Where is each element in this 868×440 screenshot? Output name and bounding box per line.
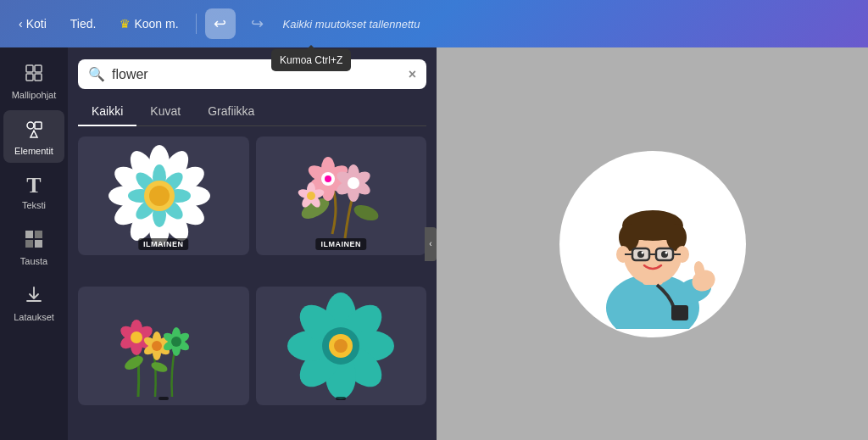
search-icon: 🔍: [88, 66, 105, 82]
canvas-right[interactable]: [437, 47, 868, 440]
search-input[interactable]: [112, 67, 402, 82]
svg-point-60: [150, 360, 169, 374]
sidebar: Mallipohjat Elementit T Teksti: [0, 47, 68, 440]
tab-kaikki[interactable]: Kaikki: [78, 97, 136, 126]
svg-rect-5: [35, 122, 42, 129]
flower-item-small[interactable]: [78, 287, 249, 405]
flower-badge-1: ILMAINEN: [138, 238, 189, 250]
undo-button[interactable]: ↩: [205, 8, 236, 39]
svg-rect-0: [26, 65, 33, 72]
sidebar-item-lataukset[interactable]: Lataukset: [3, 276, 64, 329]
flower-item-bouquet[interactable]: ILMAINEN: [256, 136, 427, 255]
sidebar-label-elementit: Elementit: [14, 146, 53, 156]
flower-badge-3: [159, 397, 169, 400]
svg-point-109: [641, 251, 643, 253]
svg-rect-7: [25, 231, 33, 238]
svg-marker-6: [31, 131, 37, 137]
sidebar-label-teksti: Teksti: [22, 200, 46, 210]
main-layout: Mallipohjat Elementit T Teksti: [0, 47, 868, 440]
svg-point-34: [352, 202, 381, 223]
panel: 🔍 × Kaikki Kuvat Grafiikka: [68, 47, 437, 440]
svg-point-81: [171, 337, 181, 347]
sidebar-label-mallipohjat: Mallipohjat: [12, 90, 57, 100]
back-icon: ‹: [19, 17, 23, 31]
sidebar-label-tausta: Tausta: [20, 256, 47, 266]
back-label: Koti: [26, 17, 47, 31]
sidebar-label-lataukset: Lataukset: [14, 312, 54, 322]
svg-rect-114: [671, 305, 688, 320]
search-bar: 🔍 ×: [78, 59, 426, 89]
tausta-icon: [24, 229, 44, 253]
mallipohjat-icon: [24, 63, 44, 86]
tab-kuvat[interactable]: Kuvat: [136, 97, 194, 126]
status-text: Kaikki muutokset tallennettu: [283, 18, 420, 31]
file-button[interactable]: Tied.: [62, 12, 105, 36]
svg-point-58: [307, 192, 315, 200]
redo-button[interactable]: ↪: [242, 8, 273, 39]
svg-point-67: [131, 331, 142, 343]
sidebar-item-tausta[interactable]: Tausta: [3, 220, 64, 273]
tab-grafiikka[interactable]: Grafiikka: [194, 97, 268, 126]
svg-rect-10: [35, 240, 42, 248]
svg-rect-99: [626, 225, 680, 240]
svg-point-74: [152, 341, 162, 351]
svg-rect-9: [25, 240, 33, 248]
svg-point-4: [27, 122, 34, 129]
header: ‹ Koti Tied. ♛ Koon m. ↩ Kumoa Ctrl+Z ↪ …: [0, 0, 868, 47]
flower-badge-4: [336, 397, 346, 400]
flower-item-teal[interactable]: [256, 287, 427, 405]
elementit-icon: [24, 119, 44, 142]
koon-label: Koon m.: [134, 17, 178, 31]
svg-point-32: [149, 186, 170, 206]
flower-item-daisy[interactable]: ILMAINEN: [78, 136, 249, 255]
crown-icon: ♛: [120, 17, 131, 31]
svg-point-45: [325, 175, 331, 182]
redo-icon: ↪: [251, 14, 264, 33]
avatar-container: [559, 151, 746, 337]
koon-button[interactable]: ♛ Koon m.: [111, 12, 186, 36]
back-button[interactable]: ‹ Koti: [10, 12, 55, 36]
canvas-area: [437, 47, 868, 440]
flower-badge-2: ILMAINEN: [316, 238, 367, 250]
teksti-icon: T: [26, 175, 41, 197]
results-grid: ILMAINEN: [68, 126, 437, 440]
search-clear-button[interactable]: ×: [409, 67, 416, 82]
svg-rect-1: [35, 65, 42, 72]
header-divider: [196, 14, 197, 34]
lataukset-icon: [24, 285, 44, 309]
panel-collapse-handle[interactable]: ‹: [425, 227, 437, 261]
svg-point-52: [348, 177, 359, 189]
svg-rect-2: [26, 74, 33, 81]
svg-point-92: [334, 339, 348, 353]
sidebar-item-elementit[interactable]: Elementit: [3, 110, 64, 163]
svg-point-110: [665, 251, 667, 253]
tab-bar: Kaikki Kuvat Grafiikka: [78, 97, 426, 126]
undo-icon: ↩: [214, 14, 226, 33]
svg-rect-8: [35, 231, 42, 238]
sidebar-item-teksti[interactable]: T Teksti: [3, 166, 64, 217]
file-label: Tied.: [70, 17, 97, 31]
svg-point-59: [122, 354, 145, 372]
svg-rect-3: [35, 74, 42, 81]
sidebar-item-mallipohjat[interactable]: Mallipohjat: [3, 54, 64, 107]
